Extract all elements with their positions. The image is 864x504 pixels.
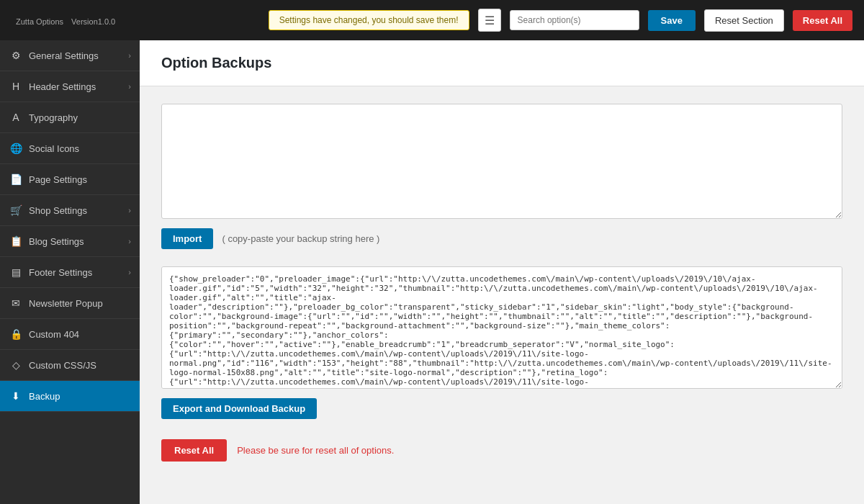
sidebar-item-label: Page Settings [29,174,87,185]
page-header: Option Backups [140,40,864,86]
sidebar-item-label: Typography [29,112,78,123]
sidebar-item-social-icons[interactable]: 🌐Social Icons [0,133,140,164]
page-body: Import ( copy-paste your backup string h… [140,86,864,479]
sidebar-item-label: Social Icons [29,143,79,154]
shop-settings-icon: 🛒 [10,204,22,216]
reset-all-bottom-button[interactable]: Reset All [161,439,227,462]
sidebar: ⚙General Settings›HHeader Settings›ATypo… [0,40,140,504]
sidebar-item-label: General Settings [29,50,99,61]
list-icon-button[interactable]: ☰ [478,9,501,32]
main-layout: ⚙General Settings›HHeader Settings›ATypo… [0,40,864,504]
social-icons-icon: 🌐 [10,143,22,154]
sidebar-item-label: Shop Settings [29,205,87,216]
sidebar-item-header-settings[interactable]: HHeader Settings› [0,71,140,102]
sidebar-item-footer-settings[interactable]: ▤Footer Settings› [0,257,140,288]
newsletter-popup-icon: ✉ [10,297,22,309]
sidebar-item-typography[interactable]: ATypography [0,102,140,133]
chevron-right-icon: › [128,51,131,60]
sidebar-item-custom-css-js[interactable]: ◇Custom CSS/JS [0,350,140,381]
custom-404-icon: 🔒 [10,328,22,340]
sidebar-item-label: Backup [29,391,60,402]
import-button[interactable]: Import [161,228,213,249]
chevron-right-icon: › [128,82,131,91]
general-settings-icon: ⚙ [10,50,22,61]
export-row: Export and Download Backup [161,391,842,436]
sidebar-item-label: Footer Settings [29,267,92,278]
chevron-right-icon: › [128,237,131,246]
chevron-right-icon: › [128,268,131,276]
reset-section-button[interactable]: Reset Section [704,9,784,32]
typography-icon: A [10,112,22,123]
reset-all-row: Reset All Please be sure for reset all o… [161,439,842,462]
reset-all-top-button[interactable]: Reset All [793,10,852,31]
footer-settings-icon: ▤ [10,266,22,278]
sidebar-item-newsletter-popup[interactable]: ✉Newsletter Popup [0,288,140,319]
content-area: Option Backups Import ( copy-paste your … [140,40,864,504]
save-button[interactable]: Save [648,10,696,31]
sidebar-item-label: Custom CSS/JS [29,360,96,371]
sidebar-item-shop-settings[interactable]: 🛒Shop Settings› [0,195,140,226]
import-row: Import ( copy-paste your backup string h… [161,228,842,249]
app-title-text: Zutta Options [16,17,63,26]
chevron-right-icon: › [128,206,131,215]
backup-textarea[interactable] [161,266,842,389]
page-title: Option Backups [161,55,842,71]
import-hint: ( copy-paste your backup string here ) [222,233,379,244]
sidebar-item-general-settings[interactable]: ⚙General Settings› [0,40,140,71]
sidebar-item-custom-404[interactable]: 🔒Custom 404 [0,319,140,350]
search-input[interactable] [510,10,639,30]
import-textarea[interactable] [161,104,842,219]
sidebar-item-label: Newsletter Popup [29,298,103,309]
blog-settings-icon: 📋 [10,235,22,247]
sidebar-item-label: Header Settings [29,81,96,92]
sidebar-item-blog-settings[interactable]: 📋Blog Settings› [0,226,140,257]
backup-icon: ⬇ [10,390,22,402]
app-version: Version1.0.0 [71,17,115,26]
sidebar-item-page-settings[interactable]: 📄Page Settings [0,164,140,195]
sidebar-item-label: Custom 404 [29,329,79,340]
settings-changed-banner: Settings have changed, you should save t… [269,10,469,30]
app-title: Zutta Options Version1.0.0 [12,13,115,28]
sidebar-item-label: Blog Settings [29,236,84,247]
export-button[interactable]: Export and Download Backup [161,398,317,419]
custom-css-js-icon: ◇ [10,359,22,371]
header-settings-icon: H [10,81,22,92]
reset-warning-text: Please be sure for reset all of options. [237,445,394,456]
topbar: Zutta Options Version1.0.0 Settings have… [0,0,864,40]
page-settings-icon: 📄 [10,174,22,185]
sidebar-item-backup[interactable]: ⬇Backup [0,381,140,412]
